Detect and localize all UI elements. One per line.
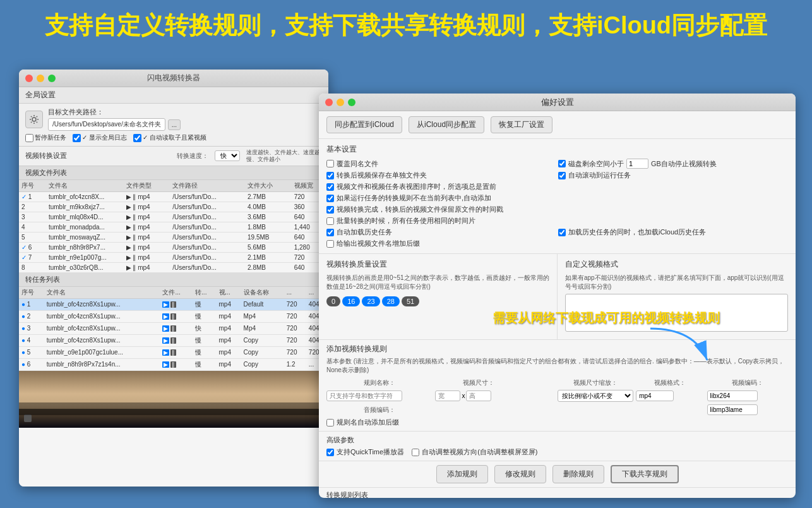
pref-traffic-lights: [325, 99, 355, 106]
basic-settings-grid: 覆盖同名文件 磁盘剩余空间小于 GB自动停止视频转换 转换后视频保存在单独文件夹…: [326, 159, 788, 248]
add-suffix-checkbox[interactable]: 给输出视频文件名增加后缀: [326, 239, 556, 248]
file-table-row[interactable]: ✓ 6 tumblr_n8h9r8Px7... ▶ ∥ mp4 /Users/f…: [19, 242, 328, 252]
rule-format-label: 视频格式：: [636, 378, 704, 387]
width-input[interactable]: [435, 390, 460, 401]
global-settings-header: 全局设置: [19, 87, 328, 104]
video-settings-label: 视频转换设置: [25, 151, 67, 160]
download-shared-rules-button[interactable]: 下载共享规则: [611, 465, 679, 483]
thumb-controls: [19, 409, 328, 428]
quality-pill-23[interactable]: 23: [362, 296, 379, 306]
file-table-row[interactable]: ✓ 7 tumblr_n9e1p007g... ▶ ∥ mp4 /Users/f…: [19, 252, 328, 262]
file-table-row[interactable]: ✓ 1 tumblr_ofc4zcn8X... ▶ ∥ mp4 /Users/f…: [19, 191, 328, 202]
svg-point-0: [32, 118, 36, 121]
auto-rotate-checkbox[interactable]: 自动调整视频方向(自动调整横屏竖屏): [412, 447, 537, 457]
save-single-folder-checkbox[interactable]: 转换后视频保存在单独文件夹: [326, 171, 556, 180]
quality-pill-28[interactable]: 28: [382, 296, 400, 306]
quicktime-checkbox[interactable]: 支持QuickTime播放器: [326, 447, 404, 457]
vcodec-input[interactable]: [707, 390, 758, 401]
height-input[interactable]: [466, 390, 491, 401]
file-table-row[interactable]: 2 tumblr_m9kx8xjz7... ▶ ∥ mp4 /Users/fun…: [19, 202, 328, 212]
traffic-lights: [25, 75, 56, 82]
file-table-row[interactable]: 4 tumblr_monadpda... ▶ ∥ mp4 /Users/fun/…: [19, 222, 328, 232]
task-list-section: 转任务列表 序号 文件名 文件... 转... 视... 设备名称 ... ..…: [19, 273, 328, 371]
col-path: 文件路径: [170, 180, 245, 192]
advanced-section: 高级参数 支持QuickTime播放器 自动调整视频方向(自动调整横屏竖屏): [319, 432, 796, 461]
thumb-image: [19, 371, 328, 428]
delete-rule-button[interactable]: 删除规则: [552, 465, 604, 483]
col-size: 文件大小: [245, 180, 292, 192]
speed-label: 转换速度：: [177, 152, 208, 160]
load-history-checkbox[interactable]: 自动加载历史任务: [326, 227, 556, 237]
rule-form-grid: 规则名称： 视频尺寸： 视频尺寸缩放： 视频格式： 视频编码： x 按比例缩小或…: [326, 378, 788, 415]
disk-space-input[interactable]: [626, 159, 648, 169]
pref-fullscreen-button[interactable]: [348, 99, 355, 106]
advanced-row: 支持QuickTime播放器 自动调整视频方向(自动调整横屏竖屏): [326, 447, 788, 457]
task-table-row[interactable]: ● 5 tumblr_o9e1p007gc1ulue... ▶∥ 慢 mp4 C…: [19, 346, 328, 358]
auto-read-checkbox[interactable]: ✓ 自动读取子且紧视频: [133, 133, 206, 142]
quality-desc: 视频转换后的画质是用0~51之间的数字表示，数字越低，画质越好，一般常用的数值是…: [326, 274, 549, 291]
rule-name-input[interactable]: [326, 390, 402, 401]
format-input[interactable]: [636, 390, 674, 401]
pref-window-title: 偏好设置: [541, 97, 574, 108]
pause-tasks-checkbox[interactable]: 暂停新任务: [25, 133, 66, 142]
task-col-device: 设备名称: [241, 287, 284, 299]
task-table-row[interactable]: ● 2 tumblr_ofc4zcn8Xs1upw... ▶∥ 慢 mp4 Mp…: [19, 310, 328, 322]
task-table-row[interactable]: ● 3 tumblr_ofc4zcn8Xs1upw... ▶∥ 快 mp4 Mp…: [19, 322, 328, 334]
basic-settings-section: 基本设置 覆盖同名文件 磁盘剩余空间小于 GB自动停止视频转换 转换后视频保存在…: [319, 139, 796, 254]
file-table: 序号 文件名 文件类型 文件路径 文件大小 视频宽 ✓ 1 tumblr_ofc…: [19, 180, 328, 273]
overwrite-checkbox[interactable]: 覆盖同名文件: [326, 159, 556, 169]
custom-format-desc: 如果有app不能识别的视频格式，请把扩展名填写到下面，app就可以识别(用逗号号…: [565, 274, 788, 291]
task-table-row[interactable]: ● 6 tumblr_n8h9r8Px7z1s4n... ▶∥ 慢 mp4 Co…: [19, 358, 328, 370]
sync-from-icloud-button[interactable]: 从iCloud同步配置: [409, 116, 484, 133]
acodec-input[interactable]: [707, 404, 758, 415]
file-table-row[interactable]: 3 tumblr_mlq08x4D... ▶ ∥ mp4 /Users/fun/…: [19, 212, 328, 222]
modify-rule-button[interactable]: 修改规则: [494, 465, 546, 483]
close-button[interactable]: [25, 75, 33, 82]
speed-select[interactable]: 快 慢: [215, 150, 240, 161]
fullscreen-button[interactable]: [48, 75, 56, 82]
quality-pill-16[interactable]: 16: [342, 296, 360, 306]
scale-select[interactable]: 按比例缩小或不变: [558, 390, 633, 402]
task-table-row[interactable]: ● 1 tumblr_ofc4zcn8Xs1upw... ▶∥ 慢 mp4 De…: [19, 298, 328, 310]
task-table: 序号 文件名 文件... 转... 视... 设备名称 ... ... ● 1 …: [19, 287, 328, 371]
annotation-area: 需要从网络下载现成可用的视频转换规则: [493, 310, 720, 327]
auto-scroll-checkbox[interactable]: 自动滚动到运行任务: [558, 171, 788, 180]
auto-suffix-checkbox[interactable]: 规则名自动添加后缀: [326, 418, 788, 427]
quality-pill-51[interactable]: 51: [402, 296, 419, 306]
rule-width-label: 视频尺寸：: [435, 378, 522, 387]
task-table-row[interactable]: ● 4 tumblr_ofc4zcn8Xs1upw... ▶∥ 慢 mp4 Co…: [19, 334, 328, 346]
global-settings-panel: 目标文件夹路径： /Users/fun/Desktop/save/未命名文件夹 …: [19, 104, 328, 147]
pref-close-button[interactable]: [325, 99, 333, 106]
task-col-prog: 文件...: [160, 287, 193, 299]
sort-priority-checkbox[interactable]: 视频文件和视频任务表视图排序时，所选项总是置前: [326, 182, 788, 191]
file-table-row[interactable]: 8 tumblr_o30z6rQB... ▶ ∥ mp4 /Users/fun/…: [19, 262, 328, 272]
show-log-checkbox[interactable]: ✓ 显示全局日志: [73, 133, 127, 142]
thumb-stop-icon[interactable]: [24, 414, 32, 422]
main-window-titlebar: 闪电视频转换器: [19, 70, 328, 87]
same-timeslice-checkbox[interactable]: 批量转换的时候，所有任务使用相同的时间片: [326, 216, 788, 226]
auto-add-rule-checkbox[interactable]: 如果运行任务的转换规则不在当前列表中,自动添加: [326, 193, 788, 203]
action-buttons: 添加规则 修改规则 删除规则 下载共享规则: [319, 461, 796, 488]
pref-minimize-button[interactable]: [337, 99, 344, 106]
icloud-bar: 同步配置到iCloud 从iCloud同步配置 恢复工厂设置: [319, 111, 796, 139]
gear-icon[interactable]: [25, 111, 43, 128]
pref-titlebar: 偏好设置: [319, 94, 796, 111]
quality-pill-0[interactable]: 0: [326, 296, 340, 306]
file-table-row[interactable]: 5 tumblr_moswayqZ... ▶ ∥ mp4 /Users/fun/…: [19, 232, 328, 242]
quality-pills: 0 16 23 28 51: [326, 296, 549, 306]
target-path: /Users/fun/Desktop/save/未命名文件夹: [48, 118, 165, 131]
disk-space-checkbox[interactable]: 磁盘剩余空间小于 GB自动停止视频转换: [558, 159, 788, 169]
add-rule-section: 添加视频转换规则 基本参数 (请注意，并不是所有的视频格式，视频编码和音频编码和…: [319, 340, 796, 432]
sync-to-icloud-button[interactable]: 同步配置到iCloud: [326, 116, 402, 133]
target-folder-label: 目标文件夹路径：: [48, 107, 181, 117]
task-col-w: ...: [284, 287, 306, 299]
col-name: 文件名: [46, 180, 124, 192]
restore-factory-button[interactable]: 恢复工厂设置: [491, 116, 552, 133]
load-icloud-history-checkbox[interactable]: 加载历史任务的同时，也加载iCloud历史任务: [558, 227, 788, 237]
quality-custom-row: 视频转换质量设置 视频转换后的画质是用0~51之间的数字表示，数字越低，画质越好…: [319, 254, 796, 340]
add-rule-button[interactable]: 添加规则: [436, 465, 488, 483]
browse-button[interactable]: ...: [168, 119, 181, 130]
rule-name-label: 规则名称：: [326, 378, 433, 387]
minimize-button[interactable]: [37, 75, 44, 82]
keep-timestamp-checkbox[interactable]: 视频转换完成，转换后的视频文件保留原文件的时间戳: [326, 205, 788, 214]
